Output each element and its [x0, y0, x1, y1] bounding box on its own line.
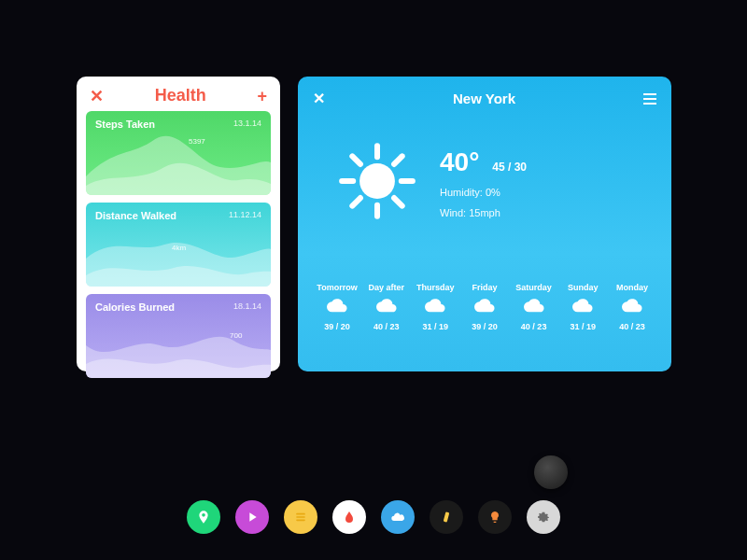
metric-value: 5397 [189, 137, 205, 146]
metric-value: 700 [230, 331, 242, 340]
metric-label: Distance Walked [95, 210, 176, 221]
forecast-temp: 39 / 20 [324, 322, 350, 331]
forecast-day[interactable]: Sunday 31 / 19 [558, 283, 607, 331]
metric-label: Calories Burned [95, 301, 175, 313]
gear-icon[interactable] [527, 500, 560, 534]
forecast-label: Tomorrow [317, 283, 357, 292]
forecast-label: Day after [368, 283, 404, 292]
wind: Wind: 15mph [440, 207, 527, 218]
play-icon[interactable] [235, 500, 269, 534]
forecast-day[interactable]: Friday 39 / 20 [460, 283, 509, 331]
weather-main: 40° 45 / 30 Humidity: 0% Wind: 15mph [313, 141, 656, 225]
cloud-icon [524, 298, 544, 316]
cloud-icon [425, 298, 445, 316]
metric-value: 4km [172, 244, 186, 252]
cloud-icon [376, 298, 397, 316]
weather-stats: 40° 45 / 30 Humidity: 0% Wind: 15mph [440, 147, 527, 218]
dock [187, 500, 560, 534]
bulb-icon[interactable] [478, 500, 512, 534]
cloud-icon [572, 298, 593, 316]
forecast-temp: 40 / 23 [374, 322, 400, 331]
svg-line-6 [394, 198, 402, 206]
cloud-icon [622, 298, 642, 316]
forecast-temp: 40 / 23 [521, 322, 547, 331]
metric-calories[interactable]: Calories Burned 18.1.14 700 [86, 294, 271, 378]
svg-rect-12 [444, 511, 450, 522]
forecast-label: Thursday [416, 283, 455, 292]
forecast-temp: 31 / 19 [423, 322, 449, 331]
temperature: 40° [440, 147, 479, 177]
forecast-temp: 40 / 23 [619, 322, 645, 331]
forecast-label: Friday [472, 283, 497, 292]
cloud-icon[interactable] [381, 500, 415, 534]
forecast-label: Saturday [515, 283, 552, 292]
list-icon[interactable] [284, 500, 317, 534]
sun-icon [337, 141, 417, 225]
metric-date: 18.1.14 [233, 301, 261, 311]
forecast-label: Sunday [568, 283, 599, 292]
svg-line-5 [352, 156, 360, 164]
health-header: ✕ Health + [86, 86, 271, 111]
metric-date: 13.1.14 [233, 119, 261, 128]
humidity: Humidity: 0% [440, 187, 527, 198]
forecast-day[interactable]: Thursday 31 / 19 [411, 283, 459, 331]
weather-header: ✕ New York [313, 90, 656, 107]
location-icon[interactable] [187, 500, 220, 534]
forecast-label: Monday [616, 283, 648, 292]
forecast-day[interactable]: Day after 40 / 23 [362, 283, 411, 331]
svg-line-7 [352, 198, 360, 206]
svg-point-0 [359, 163, 395, 199]
metric-steps[interactable]: Steps Taken 13.1.14 5397 [86, 111, 271, 195]
dock-orb[interactable] [534, 455, 568, 489]
weather-city: New York [453, 91, 515, 106]
forecast-temp: 31 / 19 [571, 322, 597, 331]
add-icon[interactable]: + [257, 88, 267, 105]
metric-distance[interactable]: Distance Walked 11.12.14 4km [86, 203, 271, 287]
weather-card: ✕ New York 40° 45 [298, 77, 671, 371]
forecast-row: Tomorrow 39 / 20 Day after 40 / 23 Thurs… [313, 283, 656, 331]
close-icon[interactable]: ✕ [90, 88, 104, 105]
forecast-day[interactable]: Tomorrow 39 / 20 [313, 283, 361, 331]
cloud-icon [327, 298, 347, 316]
temperature-range: 45 / 30 [492, 161, 527, 174]
forecast-day[interactable]: Monday 40 / 23 [608, 283, 656, 331]
health-card: ✕ Health + Steps Taken 13.1.14 5397 Dist… [77, 77, 280, 371]
menu-icon[interactable] [643, 93, 656, 105]
metric-date: 11.12.14 [229, 210, 261, 219]
metric-label: Steps Taken [95, 119, 155, 130]
drop-icon[interactable] [332, 500, 366, 534]
forecast-temp: 39 / 20 [472, 322, 498, 331]
forecast-day[interactable]: Saturday 40 / 23 [510, 283, 558, 331]
health-title: Health [155, 86, 206, 105]
cloud-icon [474, 298, 495, 316]
svg-line-8 [394, 156, 402, 164]
close-icon[interactable]: ✕ [313, 90, 325, 107]
flashlight-icon[interactable] [430, 500, 463, 534]
